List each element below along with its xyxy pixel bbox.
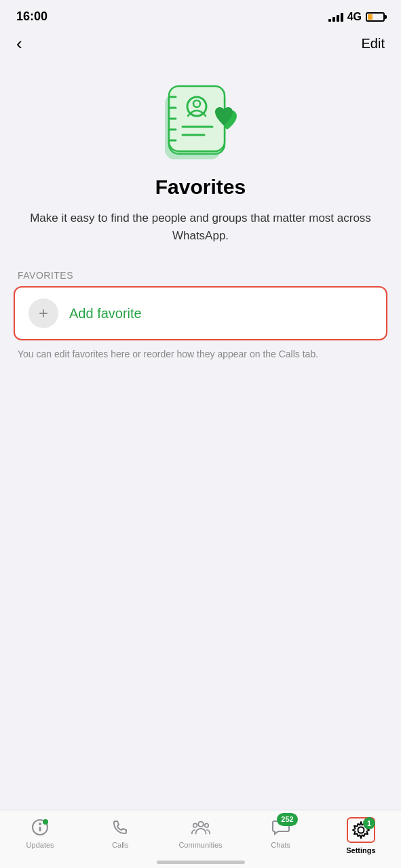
tab-communities[interactable]: Communities — [160, 817, 240, 849]
svg-point-28 — [358, 827, 364, 833]
svg-rect-23 — [39, 827, 41, 831]
battery-icon — [366, 12, 385, 22]
tab-settings-label: Settings — [346, 846, 375, 854]
svg-point-26 — [193, 823, 197, 827]
svg-point-25 — [198, 822, 204, 827]
tab-communities-label: Communities — [178, 841, 222, 849]
network-label: 4G — [347, 11, 362, 23]
battery-fill — [368, 14, 373, 20]
helper-text: You can edit favorites here or reorder h… — [0, 340, 401, 361]
chats-badge: 252 — [277, 813, 297, 826]
status-time: 16:00 — [16, 9, 47, 24]
svg-point-27 — [204, 823, 208, 827]
signal-bars-icon — [328, 12, 343, 22]
chats-icon-wrapper: 252 — [271, 817, 291, 837]
edit-button[interactable]: Edit — [362, 36, 385, 52]
page-title: Favorites — [155, 176, 246, 199]
favorites-illustration — [157, 74, 245, 162]
add-icon: + — [28, 298, 58, 328]
plus-icon: + — [39, 304, 48, 323]
svg-rect-11 — [169, 86, 225, 151]
section-label: Favorites — [14, 270, 387, 281]
settings-highlight-border: 1 — [347, 817, 375, 843]
add-favorite-label: Add favorite — [69, 306, 142, 321]
back-button[interactable]: ‹ — [16, 35, 22, 52]
status-bar: 16:00 4G — [0, 0, 401, 29]
home-indicator — [157, 861, 245, 864]
add-favorite-button[interactable]: + Add favorite — [14, 286, 387, 340]
settings-badge: 1 — [363, 817, 375, 829]
svg-point-22 — [39, 823, 41, 825]
hero-description: Make it easy to find the people and grou… — [27, 210, 374, 244]
tab-calls-label: Calls — [112, 841, 128, 849]
updates-icon — [30, 817, 50, 837]
tab-calls[interactable]: Calls — [80, 817, 160, 849]
calls-icon — [110, 817, 130, 837]
tab-chats[interactable]: 252 Chats — [241, 817, 321, 849]
tab-bar: Updates Calls Communities — [0, 810, 401, 868]
tab-updates-label: Updates — [26, 841, 54, 849]
tab-updates[interactable]: Updates — [0, 817, 80, 849]
svg-point-24 — [43, 819, 48, 825]
tab-chats-label: Chats — [271, 841, 290, 849]
status-icons: 4G — [328, 11, 385, 23]
favorites-section: Favorites + Add favorite — [0, 270, 401, 340]
settings-icon: 1 — [351, 820, 371, 840]
communities-icon — [191, 817, 211, 837]
tab-settings[interactable]: 1 Settings — [321, 817, 401, 854]
hero-section: Favorites Make it easy to find the peopl… — [0, 60, 401, 270]
nav-bar: ‹ Edit — [0, 29, 401, 60]
